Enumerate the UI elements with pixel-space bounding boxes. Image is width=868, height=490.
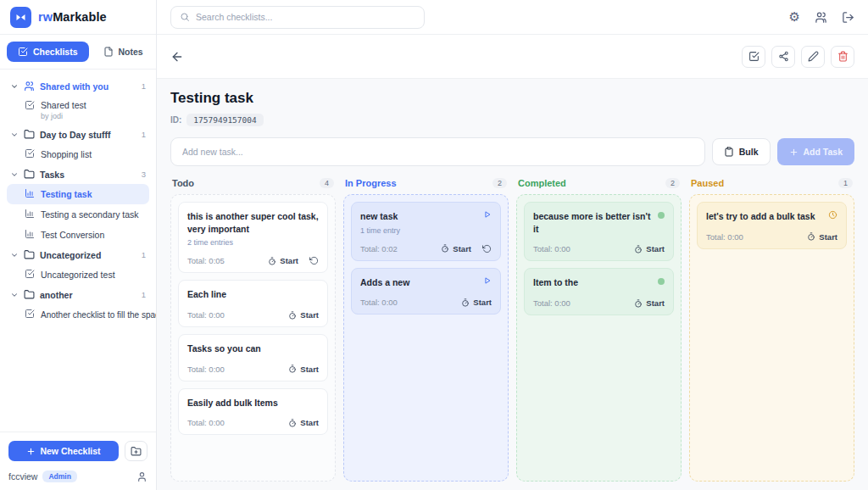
chevron-down-icon	[10, 251, 19, 259]
user-row: fccview Admin	[8, 471, 147, 482]
sidebar-item-shared-test[interactable]: Shared testby jodi	[0, 96, 156, 125]
id-row: ID: 1757949157004	[170, 114, 854, 126]
category-day-to-day[interactable]: Day to Day stufff 1	[0, 125, 156, 144]
page-header	[157, 35, 868, 79]
column-header: Todo 4	[170, 178, 336, 188]
delete-button[interactable]	[831, 46, 854, 68]
category-another[interactable]: another 1	[0, 285, 156, 304]
start-timer-button[interactable]: Start	[288, 365, 319, 374]
start-timer-button[interactable]: Start	[288, 310, 319, 320]
item-label: Uncategorized test	[41, 270, 115, 280]
stopwatch-icon	[288, 311, 297, 320]
tab-notes[interactable]: Notes	[92, 42, 154, 62]
stopwatch-icon	[807, 232, 815, 241]
add-task-button[interactable]: Add Task	[777, 138, 854, 165]
sidebar-item-testing-secondary-task[interactable]: Testing a secondary task	[0, 204, 156, 225]
clock-icon	[828, 210, 837, 220]
column-count: 1	[838, 178, 853, 188]
share-button[interactable]	[771, 46, 795, 68]
header-actions	[742, 46, 854, 68]
column-header: Completed 2	[516, 178, 682, 188]
clipboard-icon	[724, 147, 734, 157]
start-timer-button[interactable]: Start	[807, 232, 837, 242]
category-tasks[interactable]: Tasks 3	[0, 164, 156, 184]
sidebar-item-uncategorized-test[interactable]: Uncategorized test	[0, 264, 156, 285]
task-card[interactable]: Tasks so you can Total: 0:00 Start	[178, 334, 328, 381]
bulk-button[interactable]: Bulk	[712, 138, 771, 165]
folder-plus-icon	[131, 446, 142, 457]
topbar: ⚙	[157, 0, 868, 35]
sidebar-item-another-checklist[interactable]: Another checklist to fill the space	[0, 304, 156, 325]
search-icon	[180, 12, 190, 22]
settings-gear-icon[interactable]: ⚙	[789, 11, 800, 24]
task-card[interactable]: because more is better isn't it Total: 0…	[524, 202, 674, 261]
category-count: 1	[142, 250, 146, 259]
back-arrow-icon[interactable]	[170, 50, 184, 64]
category-uncategorized[interactable]: Uncategorized 1	[0, 245, 156, 264]
search-box	[170, 6, 425, 29]
column-dropzone-paused: let's try to add a bulk task Total: 0:00…	[689, 194, 854, 482]
trash-icon	[837, 51, 849, 62]
kanban-board: Todo 4 this is another super cool task, …	[170, 178, 854, 482]
stopwatch-icon	[461, 298, 470, 307]
start-timer-button[interactable]: Start	[461, 298, 492, 307]
completed-dot-icon	[658, 212, 665, 219]
task-card[interactable]: new task 1 time entry Total: 0:02 Start	[351, 202, 501, 261]
new-checklist-button[interactable]: New Checklist	[8, 441, 119, 461]
checklist-icon	[25, 269, 35, 281]
task-total: Total: 0:00	[706, 232, 743, 242]
column-header: Paused 1	[689, 178, 854, 188]
item-label: Testing a secondary task	[41, 209, 139, 220]
item-label: Another checklist to fill the space	[41, 310, 156, 320]
search-input[interactable]	[196, 12, 415, 22]
item-label: Shared test	[41, 100, 86, 110]
pencil-icon	[808, 51, 819, 62]
plus-icon	[789, 148, 798, 157]
main-area: ⚙ Testing task ID: 1757949157004	[157, 0, 868, 490]
sidebar-item-shopping-list[interactable]: Shopping list	[0, 144, 156, 164]
folder-icon	[24, 169, 35, 180]
task-card[interactable]: this is another super cool task, very im…	[178, 202, 328, 273]
task-card[interactable]: Each line Total: 0:00 Start	[178, 280, 328, 327]
logout-icon[interactable]	[842, 11, 854, 24]
start-timer-button[interactable]: Start	[634, 298, 665, 308]
task-card[interactable]: Item to the Total: 0:00 Start	[524, 268, 674, 315]
history-icon[interactable]	[482, 244, 492, 253]
start-timer-button[interactable]: Start	[441, 244, 471, 253]
chevron-down-icon	[10, 170, 19, 179]
edit-button[interactable]	[801, 46, 825, 68]
check-square-icon	[18, 47, 28, 57]
chevron-down-icon	[10, 291, 19, 299]
column-count: 2	[492, 178, 507, 188]
task-card[interactable]: let's try to add a bulk task Total: 0:00…	[697, 202, 847, 249]
convert-checklist-button[interactable]	[742, 46, 765, 68]
users-icon[interactable]	[815, 11, 827, 24]
topbar-icons: ⚙	[789, 11, 854, 24]
time-entries: 2 time entries	[187, 238, 319, 247]
item-owner: by jodi	[41, 112, 86, 120]
start-timer-button[interactable]: Start	[268, 256, 298, 265]
tab-checklists[interactable]: Checklists	[7, 42, 89, 62]
start-timer-button[interactable]: Start	[288, 418, 319, 427]
user-icon[interactable]	[136, 471, 147, 482]
task-card[interactable]: Easily add bulk Items Total: 0:00 Start	[178, 388, 328, 436]
chevron-down-icon	[10, 131, 19, 139]
checklist-icon	[25, 100, 35, 112]
new-folder-button[interactable]	[125, 441, 147, 461]
play-icon	[483, 276, 492, 285]
sidebar-item-testing-task[interactable]: Testing task	[7, 184, 149, 204]
add-task-input[interactable]	[170, 137, 705, 166]
task-card[interactable]: Adds a new Total: 0:00 Start	[351, 268, 501, 315]
category-shared-with-you[interactable]: Shared with you 1	[0, 76, 156, 96]
sidebar-item-test-conversion[interactable]: Test Conversion	[0, 225, 156, 245]
task-total: Total: 0:00	[187, 310, 225, 320]
task-total: Total: 0:00	[187, 365, 225, 374]
start-timer-button[interactable]: Start	[634, 244, 665, 253]
column-header: In Progress 2	[343, 178, 509, 188]
bar-chart-icon	[25, 229, 35, 241]
folder-icon	[24, 289, 35, 300]
id-value: 1757949157004	[186, 114, 263, 126]
add-task-row: Bulk Add Task	[170, 137, 854, 166]
column-count: 4	[320, 178, 334, 188]
history-icon[interactable]	[309, 256, 319, 265]
